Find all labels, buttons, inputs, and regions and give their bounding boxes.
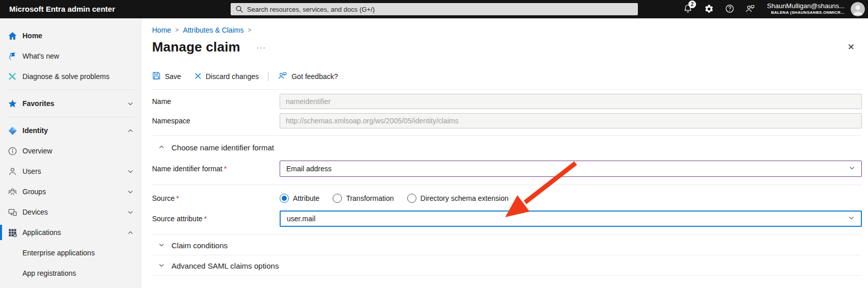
page-title: Manage claim — [152, 39, 240, 55]
sidebar-nav: HomeWhat's newDiagnose & solve problemsF… — [0, 18, 141, 288]
chevron-down-icon — [127, 100, 134, 107]
search-input[interactable] — [231, 3, 638, 15]
breadcrumb-separator: > — [175, 27, 179, 34]
identity-icon — [7, 125, 17, 136]
sidebar-item-enterprise-applications[interactable]: Enterprise applications — [0, 243, 141, 263]
overview-icon — [7, 146, 17, 156]
dropdown-value: Email address — [286, 165, 332, 173]
sidebar-item-label: Favorites — [22, 99, 127, 108]
sidebar-item-devices[interactable]: Devices — [0, 202, 141, 222]
sidebar-item-favorites[interactable]: Favorites — [0, 93, 141, 114]
account-menu[interactable]: ShaunMulligan@shauns... BALENA (SHAUNSAN… — [767, 2, 845, 15]
sidebar-item-label: Identity — [22, 126, 127, 135]
sidebar-item-label: App registrations — [22, 269, 134, 277]
sidebar-item-groups[interactable]: Groups — [0, 181, 141, 202]
required-asterisk: * — [176, 194, 179, 202]
sidebar-item-label: Enterprise applications — [22, 249, 134, 257]
sidebar-item-applications[interactable]: Applications — [0, 222, 141, 243]
breadcrumb: Home > Attributes & Claims > — [152, 26, 862, 34]
chevron-down-icon — [849, 165, 855, 173]
name-input — [280, 94, 862, 109]
global-search — [231, 3, 638, 15]
namespace-field-row: Namespace — [152, 113, 862, 128]
got-feedback-button[interactable]: Got feedback? — [278, 71, 338, 82]
source-attribute-label: Source attribute — [152, 215, 203, 223]
section-choose-name-identifier-format[interactable]: Choose name identifier format — [152, 140, 862, 154]
name-identifier-format-row: Name identifier format* Email address — [152, 161, 862, 177]
sidebar-item-diagnose-solve-problems[interactable]: Diagnose & solve problems — [0, 66, 141, 87]
sidebar-item-label: Diagnose & solve problems — [22, 72, 134, 81]
devices-icon — [7, 207, 17, 217]
toolbar-divider — [268, 72, 268, 81]
breadcrumb-home[interactable]: Home — [152, 26, 171, 34]
divider — [152, 275, 862, 276]
sidebar-item-app-registrations[interactable]: App registrations — [0, 263, 141, 283]
gear-icon — [704, 4, 714, 16]
feedback-icon — [745, 4, 755, 16]
sidebar-divider — [6, 90, 135, 90]
breadcrumb-attributes-claims[interactable]: Attributes & Claims — [183, 26, 243, 34]
close-icon[interactable]: ✕ — [846, 41, 857, 54]
divider — [152, 234, 862, 235]
name-label: Name — [152, 97, 280, 106]
settings-button[interactable] — [702, 3, 715, 16]
sidebar-item-label: What's new — [22, 52, 134, 60]
sidebar-item-label: Users — [22, 167, 127, 175]
divider — [152, 255, 862, 255]
divider — [152, 185, 862, 185]
chevron-down-icon — [158, 261, 165, 270]
namespace-input — [280, 113, 862, 128]
source-radio-transformation[interactable]: Transformation — [333, 194, 394, 203]
sidebar-item-home[interactable]: Home — [0, 25, 141, 46]
favorites-icon — [7, 98, 17, 109]
source-radio-directory-schema-extension[interactable]: Directory schema extension — [407, 194, 509, 203]
name-identifier-format-dropdown[interactable]: Email address — [280, 161, 862, 177]
source-label: Source — [152, 194, 175, 202]
source-radio-group: AttributeTransformationDirectory schema … — [280, 194, 862, 203]
chevron-down-icon — [848, 215, 855, 223]
radio-icon — [280, 194, 289, 203]
chevron-down-icon — [127, 168, 134, 175]
sidebar-item-users[interactable]: Users — [0, 161, 141, 181]
sidebar-item-label: Overview — [22, 147, 134, 155]
applications-icon — [7, 227, 17, 238]
sidebar-item-label: Applications — [22, 228, 127, 237]
save-icon — [152, 71, 161, 82]
discard-changes-button[interactable]: Discard changes — [194, 72, 259, 81]
divider — [152, 135, 862, 136]
name-identifier-format-label: Name identifier format — [152, 165, 222, 173]
breadcrumb-separator: > — [247, 27, 251, 34]
chevron-down-icon — [127, 209, 134, 216]
users-icon — [7, 166, 17, 176]
source-attribute-row: Source attribute* user.mail — [152, 211, 862, 227]
sidebar-item-label: Groups — [22, 188, 127, 196]
discard-x-icon — [194, 72, 202, 81]
chevron-down-icon — [127, 189, 134, 195]
help-button[interactable] — [723, 3, 736, 16]
avatar[interactable] — [851, 2, 865, 16]
radio-icon — [333, 194, 342, 203]
section-claim-conditions[interactable]: Claim conditions — [152, 238, 862, 252]
app-title[interactable]: Microsoft Entra admin center — [9, 5, 115, 13]
save-button[interactable]: Save — [152, 71, 181, 82]
sidebar-item-overview[interactable]: Overview — [0, 141, 141, 161]
groups-icon — [7, 187, 17, 197]
source-attribute-dropdown[interactable]: user.mail — [280, 211, 862, 227]
required-asterisk: * — [204, 215, 207, 223]
source-radio-attribute[interactable]: Attribute — [280, 194, 319, 203]
notifications-button[interactable]: 2 — [681, 3, 695, 16]
radio-icon — [407, 194, 416, 203]
required-asterisk: * — [224, 165, 227, 173]
more-options-icon[interactable]: ··· — [257, 43, 266, 51]
manage-claim-panel: Home > Attributes & Claims > Manage clai… — [142, 18, 868, 288]
feedback-button[interactable] — [743, 3, 757, 16]
sidebar-item-what-s-new[interactable]: What's new — [0, 46, 141, 66]
sidebar-item-identity[interactable]: Identity — [0, 120, 141, 141]
sidebar-item-label: Home — [22, 32, 134, 40]
name-field-row: Name — [152, 94, 862, 109]
radio-label: Transformation — [346, 194, 394, 202]
namespace-label: Namespace — [152, 117, 280, 125]
section-advanced-saml-claims-options[interactable]: Advanced SAML claims options — [152, 258, 862, 273]
whatsnew-icon — [7, 51, 17, 61]
radio-label: Directory schema extension — [420, 194, 509, 202]
